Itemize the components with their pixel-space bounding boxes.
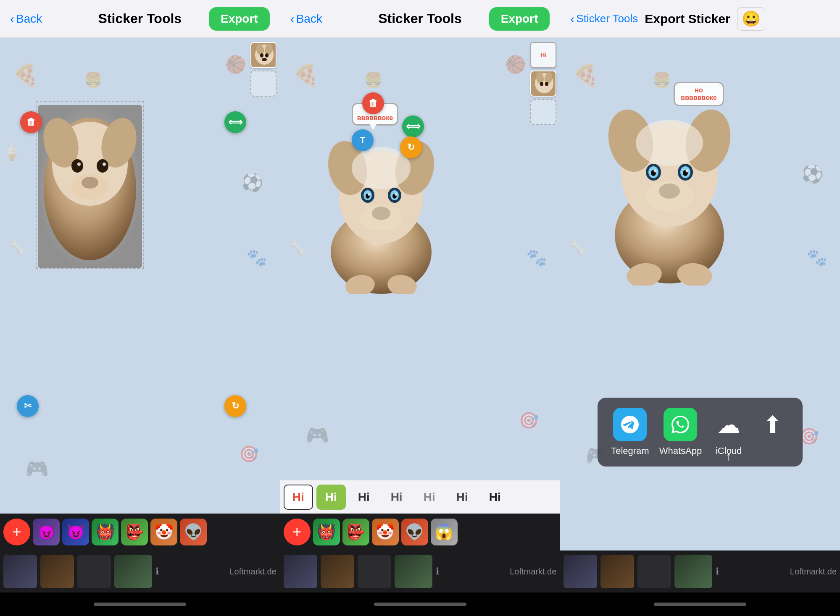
- doodle-s3-3: 🦴: [569, 239, 587, 257]
- thumb-empty-1[interactable]: [250, 71, 276, 97]
- dog-sticker-3: [602, 80, 737, 286]
- dog-image-1[interactable]: [38, 105, 142, 268]
- chevron-left-icon: ‹: [10, 12, 14, 26]
- sticker-item-2[interactable]: 😈: [62, 519, 89, 545]
- add-sticker-button-1[interactable]: +: [3, 519, 30, 545]
- text-style-btn-4[interactable]: Hi: [382, 485, 411, 510]
- text-toolbar-2: Hi Hi Hi Hi Hi Hi Hi: [280, 480, 560, 514]
- sticker-s2-item-3[interactable]: 🤡: [372, 519, 399, 545]
- text-style-btn-3[interactable]: Hi: [349, 485, 379, 510]
- sticker-s2-item-2[interactable]: 👺: [342, 519, 369, 545]
- trash-icon-2: 🗑: [369, 98, 378, 109]
- nav-bar-3: ‹ Sticker Tools Export Sticker 😀: [560, 0, 840, 38]
- ad-thumb-2: [40, 555, 74, 588]
- ad-s2-thumb-2: [321, 555, 354, 588]
- doodle-7: 🎯: [239, 445, 259, 463]
- sticker-item-5[interactable]: 🤡: [150, 519, 177, 545]
- ad-label-3: Loftmarkt.de: [790, 567, 837, 577]
- text-style-btn-5[interactable]: Hi: [415, 485, 444, 510]
- export-button-1[interactable]: Export: [209, 7, 270, 31]
- share-icon: ⬆: [756, 408, 789, 441]
- emoji-button[interactable]: 😀: [737, 7, 765, 31]
- dog-sticker-2[interactable]: [322, 113, 440, 294]
- rotate-handle-2[interactable]: ↻: [400, 136, 422, 158]
- ad-label-1: Loftmarkt.de: [230, 567, 276, 577]
- home-indicator-1: [0, 592, 280, 616]
- chevron-left-icon-3: ‹: [570, 12, 574, 26]
- back-label-2: Back: [296, 12, 322, 26]
- text-style-btn-6[interactable]: Hi: [448, 485, 477, 510]
- export-button-2[interactable]: Export: [489, 7, 550, 31]
- svg-point-54: [686, 170, 689, 173]
- sticker-toolbar-1: + 😈 😈 👹 👺 🤡 👽: [0, 514, 280, 550]
- sidebar-thumbnails-1: [250, 42, 276, 97]
- back-button-2[interactable]: ‹ Back: [290, 12, 322, 26]
- ad-banner-2: ℹ Loftmarkt.de: [280, 550, 560, 592]
- mirror-icon: ⟺: [228, 116, 242, 128]
- svg-point-57: [636, 120, 703, 166]
- ad-s3-thumb-4: [674, 555, 712, 588]
- ad-thumb-3: [77, 555, 111, 588]
- ad-banner-1: ℹ Loftmarkt.de: [0, 550, 280, 592]
- svg-point-33: [360, 204, 402, 231]
- export-panel: Telegram WhatsApp ☁ ↑: [598, 398, 803, 467]
- add-sticker-button-2[interactable]: +: [284, 519, 311, 545]
- back-button-1[interactable]: ‹ Back: [10, 12, 42, 26]
- thumb-dog-2[interactable]: [530, 71, 556, 97]
- text-style-label-7: Hi: [489, 490, 501, 504]
- svg-point-31: [395, 193, 397, 196]
- text-handle-2[interactable]: T: [352, 129, 374, 151]
- sticker-item-3[interactable]: 👹: [92, 519, 118, 545]
- canvas-area-1[interactable]: 🍕 🍔 🏀 🦴 🐾 🎮 🎯 ⚽ 🍦: [0, 38, 280, 514]
- rotate-handle-1[interactable]: ↻: [224, 395, 246, 417]
- sticker-s2-item-5[interactable]: 😱: [431, 519, 458, 545]
- telegram-icon: [613, 408, 647, 441]
- doodle-s2-1: 🍕: [293, 63, 319, 87]
- thumb-speech-2[interactable]: Hi: [530, 42, 556, 68]
- whatsapp-label: WhatsApp: [659, 446, 702, 456]
- doodle-6: 🎮: [25, 458, 49, 480]
- delete-handle-1[interactable]: 🗑: [20, 111, 42, 133]
- home-indicator-2: [280, 592, 560, 616]
- trash-icon: 🗑: [26, 117, 36, 128]
- sticker-toolbar-2: + 👹 👺 🤡 👽 😱: [280, 514, 560, 550]
- ad-banner-3: ℹ Loftmarkt.de: [560, 550, 840, 592]
- export-icloud[interactable]: ☁ ↑ iCloud: [712, 408, 745, 456]
- text-style-label-3: Hi: [358, 490, 370, 504]
- thumb-empty-2[interactable]: [530, 99, 556, 125]
- rotate-icon-2: ↻: [407, 142, 415, 153]
- dog-face-1: [38, 105, 142, 268]
- svg-point-39: [540, 82, 543, 86]
- delete-handle-2[interactable]: 🗑: [362, 92, 384, 114]
- screen-2: ‹ Back Sticker Tools Export 🍕 🍔 🏀 🦴 🐾 🎮 …: [280, 0, 561, 616]
- speech-text-line2: ввввввоке: [357, 114, 393, 122]
- back-label-3: Sticker Tools: [576, 12, 638, 25]
- telegram-label: Telegram: [611, 446, 649, 456]
- sticker-s2-item-4[interactable]: 👽: [401, 519, 428, 545]
- svg-point-5: [71, 159, 83, 173]
- mirror-handle-2[interactable]: ⟺: [402, 115, 424, 137]
- scissors-handle-1[interactable]: ✂: [17, 395, 39, 417]
- mirror-icon-2: ⟺: [406, 121, 420, 132]
- canvas-area-2[interactable]: 🍕 🍔 🏀 🦴 🐾 🎮 🎯: [280, 38, 560, 480]
- sticker-item-1[interactable]: 😈: [33, 519, 60, 545]
- sticker-item-6[interactable]: 👽: [180, 519, 207, 545]
- thumb-dog-1[interactable]: [250, 42, 276, 68]
- nav-title-2: Sticker Tools: [378, 11, 462, 26]
- doodle-3: 🏀: [225, 55, 246, 74]
- text-style-btn-2[interactable]: Hi: [316, 485, 346, 510]
- doodle-s2-6: 🎮: [305, 424, 329, 446]
- mirror-handle-1[interactable]: ⟺: [224, 111, 246, 133]
- export-share[interactable]: ⬆: [756, 408, 789, 456]
- home-bar-1: [94, 603, 186, 606]
- text-style-label-1: Hi: [292, 490, 304, 504]
- sticker-s2-item-1[interactable]: 👹: [313, 519, 340, 545]
- svg-point-7: [77, 163, 81, 166]
- text-style-btn-7[interactable]: Hi: [480, 485, 510, 510]
- export-telegram[interactable]: Telegram: [611, 408, 649, 456]
- doodle-s2-5: 🐾: [526, 248, 547, 267]
- export-whatsapp[interactable]: WhatsApp: [659, 408, 702, 456]
- sticker-item-4[interactable]: 👺: [121, 519, 148, 545]
- back-group-3[interactable]: ‹ Sticker Tools: [570, 12, 638, 26]
- text-style-btn-1[interactable]: Hi: [284, 485, 313, 510]
